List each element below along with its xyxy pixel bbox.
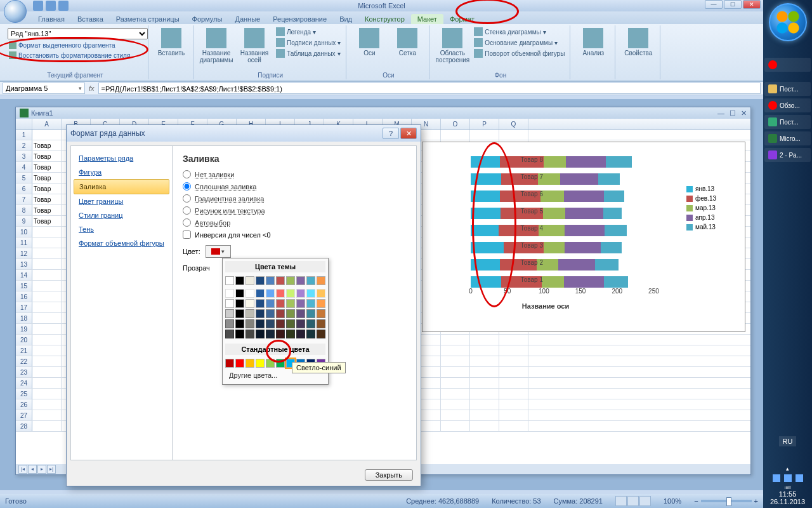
cell[interactable] (32, 421, 62, 431)
tray-icon[interactable] (796, 474, 803, 482)
format-selection-button[interactable]: Формат выделенного фрагмента (8, 41, 148, 50)
chart-floor-button[interactable]: Основание диаграммы ▾ (473, 37, 566, 48)
sheet-nav-prev[interactable]: ◂ (28, 465, 37, 474)
cell[interactable] (499, 378, 528, 388)
cell[interactable] (470, 399, 499, 410)
tray-icon[interactable] (784, 474, 792, 482)
bar-segment[interactable] (606, 156, 631, 168)
taskbar-item[interactable]: Пост... (764, 115, 811, 129)
bar-segment[interactable] (605, 225, 627, 236)
zoom-in[interactable]: + (754, 497, 758, 505)
row-header[interactable]: 21 (16, 345, 32, 356)
color-swatch[interactable] (317, 289, 325, 298)
cell[interactable] (32, 130, 62, 140)
row-header[interactable]: 28 (16, 421, 32, 431)
bar-segment[interactable] (564, 276, 604, 288)
close-button[interactable]: ✕ (743, 0, 761, 9)
cell[interactable] (499, 335, 528, 345)
color-swatch[interactable] (306, 289, 315, 298)
cell[interactable] (499, 345, 528, 356)
bar-segment[interactable] (544, 242, 564, 253)
analysis-button[interactable]: Анализ (575, 27, 611, 58)
bar[interactable] (471, 242, 622, 253)
color-swatch[interactable] (306, 276, 315, 285)
color-swatch[interactable] (266, 319, 275, 328)
name-box[interactable]: Диаграмма 5 (3, 83, 85, 94)
color-swatch[interactable] (256, 289, 265, 298)
color-swatch[interactable] (317, 319, 325, 328)
color-swatch[interactable] (306, 319, 315, 328)
cell[interactable] (32, 291, 62, 302)
cell[interactable] (499, 389, 528, 399)
tab-formulas[interactable]: Формулы (186, 14, 229, 24)
plot-area[interactable] (471, 150, 661, 290)
color-swatch[interactable] (225, 299, 234, 308)
fill-radio[interactable] (183, 182, 191, 190)
cell[interactable]: Товар (32, 140, 62, 150)
cell[interactable] (499, 367, 528, 377)
cell[interactable] (499, 421, 528, 431)
data-labels-button[interactable]: Подписи данных ▾ (275, 37, 342, 48)
cell[interactable] (470, 410, 499, 420)
color-swatch[interactable] (246, 309, 254, 318)
taskbar-item[interactable]: 2 - Pa... (764, 148, 811, 162)
chart-title-button[interactable]: Название диаграммы (199, 27, 234, 65)
bar[interactable] (471, 173, 620, 185)
color-swatch[interactable] (235, 299, 244, 308)
cell[interactable] (441, 356, 470, 366)
fill-radio[interactable] (183, 218, 191, 227)
bar-segment[interactable] (603, 208, 622, 219)
bar-segment[interactable] (604, 276, 628, 288)
bar[interactable] (471, 156, 632, 168)
legend-item[interactable]: мар.13 (686, 204, 735, 211)
cell[interactable] (470, 367, 499, 377)
bar-segment[interactable] (471, 173, 501, 185)
bar-segment[interactable] (471, 208, 501, 219)
color-swatch[interactable] (266, 359, 275, 368)
taskbar-item[interactable]: Пост... (764, 82, 811, 96)
row-header[interactable]: 9 (16, 216, 32, 226)
tab-view[interactable]: Вид (333, 14, 358, 24)
clock-time[interactable]: 11:55 (766, 490, 809, 498)
color-swatch[interactable] (225, 276, 234, 285)
bar[interactable] (471, 276, 628, 288)
dialog-nav-item[interactable]: Заливка (74, 179, 169, 194)
row-header[interactable]: 26 (16, 399, 32, 410)
embedded-chart[interactable]: янв.13фев.13мар.13апр.13май.13 Название … (422, 142, 745, 332)
color-swatch[interactable] (235, 309, 244, 318)
cell[interactable] (470, 335, 499, 345)
chart-wall-button[interactable]: Стенка диаграммы ▾ (473, 27, 566, 37)
color-swatch[interactable] (286, 309, 295, 318)
color-swatch[interactable] (235, 276, 244, 285)
color-swatch[interactable] (246, 359, 254, 368)
color-swatch[interactable] (256, 330, 265, 338)
color-swatch[interactable] (246, 276, 254, 285)
data-table-button[interactable]: Таблица данных ▾ (275, 48, 342, 58)
cell[interactable] (32, 335, 62, 345)
bar-segment[interactable] (543, 208, 565, 219)
cell[interactable] (32, 281, 62, 291)
bar-segment[interactable] (565, 242, 601, 253)
cell[interactable]: Товар (32, 216, 62, 226)
color-swatch[interactable] (266, 309, 275, 318)
color-swatch[interactable] (276, 309, 285, 318)
color-swatch[interactable] (317, 299, 325, 308)
color-swatch[interactable] (235, 359, 244, 368)
color-swatch[interactable] (225, 319, 234, 328)
cell[interactable] (441, 367, 470, 377)
wb-close-button[interactable]: ✕ (741, 109, 747, 117)
color-swatch[interactable] (286, 299, 295, 308)
axis-titles-button[interactable]: Названия осей (237, 27, 272, 65)
legend-button[interactable]: Легенда ▾ (275, 27, 342, 37)
tab-insert[interactable]: Вставка (71, 14, 110, 24)
cell[interactable] (32, 237, 62, 248)
sheet-nav-next[interactable]: ▸ (37, 465, 46, 474)
undo-icon[interactable] (46, 1, 56, 11)
cell[interactable] (32, 302, 62, 312)
row-header[interactable]: 6 (16, 184, 32, 194)
color-swatch[interactable] (306, 309, 315, 318)
fx-icon[interactable]: fx (89, 84, 95, 92)
color-swatch[interactable] (266, 299, 275, 308)
color-swatch[interactable] (296, 299, 305, 308)
color-swatch[interactable] (235, 289, 244, 298)
